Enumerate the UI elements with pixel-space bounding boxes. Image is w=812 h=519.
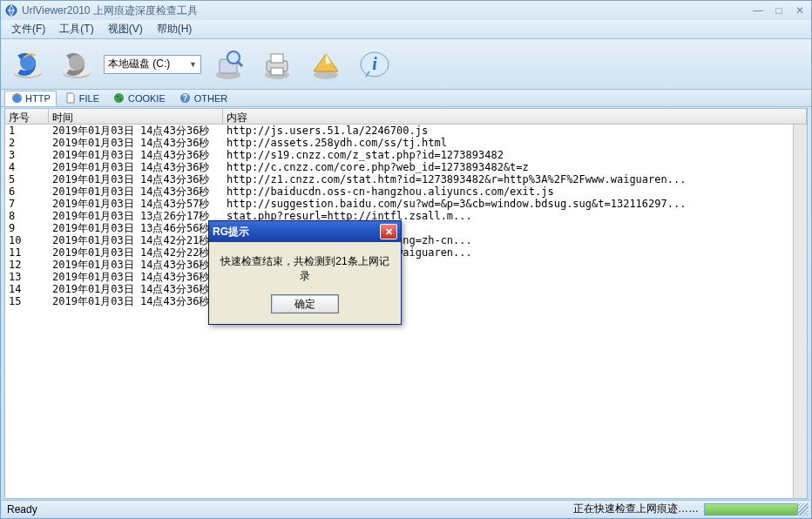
table-row[interactable]: 152019年01月03日 14点43分36秒 [5,295,807,307]
dialog-close-button[interactable]: ✕ [380,224,397,239]
table-body: 12019年01月03日 14点43分36秒http://js.users.51… [5,125,807,307]
cell-index: 6 [5,185,49,198]
cell-index: 7 [5,198,49,210]
tab-file[interactable]: FILE [58,91,105,106]
cell-index: 9 [5,222,49,234]
tab-http[interactable]: HTTP [4,91,57,106]
vertical-scrollbar[interactable] [793,125,807,498]
cell-time: 2019年01月03日 14点43分36秒 [49,137,223,149]
table-row[interactable]: 92019年01月03日 13点46分56秒 cab [5,222,807,234]
cell-url: http://baiducdn.oss-cn-hangzhou.aliyuncs… [223,185,807,198]
dialog-title-text: RG提示 [213,225,249,239]
cell-index: 15 [5,295,49,307]
drive-select-value: 本地磁盘 (C:) [108,57,170,71]
table-row[interactable]: 52019年01月03日 14点43分36秒http://z1.cnzz.com… [5,173,807,185]
scan-ie-button[interactable] [6,43,50,86]
toolbar: 本地磁盘 (C:) ▼ i [1,39,811,90]
cell-index: 8 [5,210,49,222]
minimize-button[interactable]: — [750,4,766,17]
table-row[interactable]: 132019年01月03日 14点43分36秒 [5,271,807,283]
table-row[interactable]: 22019年01月03日 14点43分36秒http://assets.258y… [5,137,807,149]
app-icon [4,3,18,17]
status-message: 正在快速检查上网痕迹…… [573,502,699,516]
table-row[interactable]: 72019年01月03日 14点43分57秒http://suggestion.… [5,198,807,210]
cell-time: 2019年01月03日 13点26分17秒 [49,210,223,222]
search-button[interactable] [206,43,250,86]
cell-time: 2019年01月03日 14点43分36秒 [49,271,223,283]
cell-url: http://c.cnzz.com/core.php?web_id=127389… [223,161,807,173]
table-row[interactable]: 142019年01月03日 14点43分36秒 t.js [5,283,807,295]
resize-grip[interactable] [796,503,809,516]
cell-time: 2019年01月03日 14点43分36秒 [49,125,223,137]
svg-line-10 [238,62,242,66]
table-row[interactable]: 42019年01月03日 14点43分36秒http://c.cnzz.com/… [5,161,807,173]
table-row[interactable]: 122019年01月03日 14点43分36秒 [5,259,807,271]
cell-time: 2019年01月03日 14点43分57秒 [49,198,223,210]
cell-time: 2019年01月03日 14点43分36秒 [49,259,223,271]
cell-index: 14 [5,283,49,295]
cell-index: 4 [5,161,49,173]
cell-time: 2019年01月03日 14点43分36秒 [49,295,223,307]
col-content[interactable]: 内容 [223,109,807,124]
cell-index: 1 [5,125,49,137]
col-index[interactable]: 序号 [5,109,49,124]
menu-file[interactable]: 文件(F) [6,20,51,38]
chevron-down-icon: ▼ [189,60,197,69]
cell-time: 2019年01月03日 14点43分36秒 [49,185,223,198]
question-icon: ? [179,92,192,104]
cookie-icon [113,92,125,104]
svg-point-18 [114,93,124,103]
window-controls: — □ ✕ [750,4,808,17]
cell-index: 5 [5,173,49,185]
tabs-bar: HTTP FILE COOKIE ? OTHER [1,90,811,107]
ie-icon [10,92,23,104]
menu-view[interactable]: 视图(V) [103,20,148,38]
svg-text:?: ? [183,93,188,103]
print-button[interactable] [255,43,299,86]
status-right: 正在快速检查上网痕迹…… [573,502,810,516]
cell-time: 2019年01月03日 14点42分22秒 [49,246,223,259]
close-button[interactable]: ✕ [792,4,808,17]
drive-select[interactable]: 本地磁盘 (C:) ▼ [104,55,201,74]
scan-disk-button[interactable] [55,43,98,86]
cell-url: http://z1.cnzz.com/stat.htm?id=127389348… [223,173,807,185]
table-row[interactable]: 82019年01月03日 13点26分17秒 stat.php?resurl=h… [5,210,807,222]
tab-other[interactable]: ? OTHER [173,91,234,106]
cell-url: http://suggestion.baidu.com/su?wd=&p=3&c… [223,198,807,210]
table-row[interactable]: 12019年01月03日 14点43分36秒http://js.users.51… [5,125,807,137]
table-row[interactable]: 112019年01月03日 14点42分22秒 3893482&r=http%3… [5,246,807,259]
dialog-titlebar[interactable]: RG提示 ✕ [209,221,401,242]
svg-point-3 [20,55,36,71]
cell-url: http://assets.258ydh.com/ss/tj.html [223,137,807,149]
url-table: 序号 时间 内容 12019年01月03日 14点43分36秒http://js… [4,108,808,499]
menu-tools[interactable]: 工具(T) [54,20,98,38]
menu-help[interactable]: 帮助(H) [152,20,198,38]
svg-rect-14 [271,68,283,75]
cell-url: http://s19.cnzz.com/z_stat.php?id=127389… [223,149,807,161]
menubar: 文件(F) 工具(T) 视图(V) 帮助(H) [1,20,811,39]
cell-time: 2019年01月03日 14点42分21秒 [49,234,223,246]
svg-point-6 [69,55,85,71]
export-button[interactable] [304,43,348,86]
table-row[interactable]: 102019年01月03日 14点42分21秒 1546497741330&rl… [5,234,807,246]
cell-time: 2019年01月03日 14点43分36秒 [49,283,223,295]
svg-rect-13 [271,54,283,63]
alert-dialog: RG提示 ✕ 快速检查结束，共检测到21条上网记录 确定 [208,220,402,325]
tab-cookie[interactable]: COOKIE [107,91,172,106]
info-button[interactable]: i [353,43,396,86]
tab-cookie-label: COOKIE [128,93,166,104]
titlebar: UrlViewer2010 上网痕迹深度检查工具 — □ ✕ [1,1,811,20]
file-icon [64,92,77,104]
svg-point-20 [119,98,121,100]
tab-file-label: FILE [79,93,99,104]
cell-index: 13 [5,271,49,283]
table-row[interactable]: 62019年01月03日 14点43分36秒http://baiducdn.os… [5,185,807,198]
table-row[interactable]: 32019年01月03日 14点43分36秒http://s19.cnzz.co… [5,149,807,161]
cell-url: http://js.users.51.la/2246700.js [223,125,807,137]
col-time[interactable]: 时间 [49,109,223,124]
app-window: UrlViewer2010 上网痕迹深度检查工具 — □ ✕ 文件(F) 工具(… [0,0,812,519]
progress-fill [705,504,797,515]
maximize-button[interactable]: □ [771,4,787,17]
tab-http-label: HTTP [25,93,51,104]
dialog-ok-button[interactable]: 确定 [271,294,339,313]
